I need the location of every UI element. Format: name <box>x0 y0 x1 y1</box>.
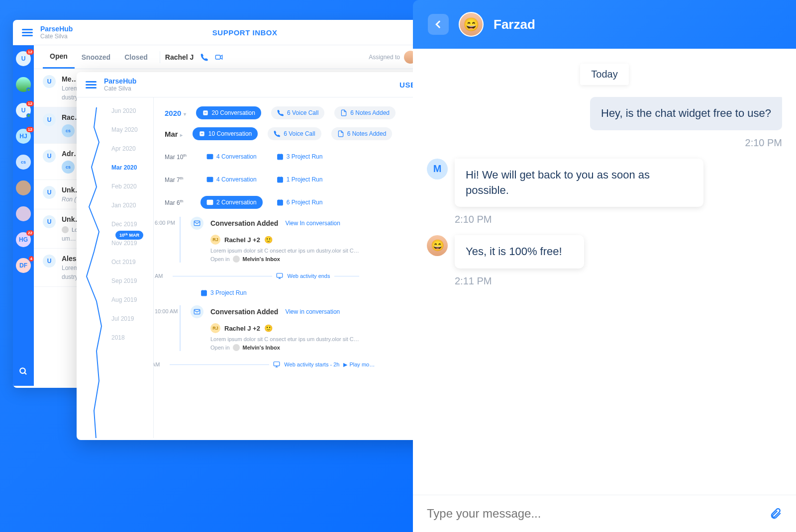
message-bubble: Hi! We will get back to you as soon as p… <box>455 159 703 207</box>
message-row: Hey, is the chat widget free to use? <box>427 97 782 130</box>
assigned-to: Assigned to <box>369 51 417 64</box>
view-link[interactable]: View in conversation <box>285 308 340 315</box>
message-row: M Hi! We will get back to you as soon as… <box>427 159 782 207</box>
inbox-owner[interactable]: Melvin's Inbox <box>243 345 280 351</box>
conversation-chip[interactable]: 2 Conversation <box>200 196 263 209</box>
sidebar-avatar[interactable] <box>16 77 31 92</box>
sidebar-avatar[interactable] <box>16 180 31 195</box>
mail-icon <box>191 305 203 318</box>
chat-body: Today Hey, is the chat widget free to us… <box>413 49 796 495</box>
message-avatar: M <box>427 159 448 179</box>
play-more-link[interactable]: ▶ Play mo… <box>343 361 375 368</box>
message-time: 2:10 PM <box>455 214 782 225</box>
message-time: 2:11 PM <box>455 275 782 287</box>
tab-open[interactable]: Open <box>43 45 75 69</box>
conversation-pill[interactable]: 20 Conversation <box>196 106 261 119</box>
sidebar-avatar[interactable]: cs <box>16 155 31 170</box>
menu-icon[interactable] <box>22 29 33 36</box>
tab-closed[interactable]: Closed <box>117 45 155 69</box>
message-bubble: Yes, it is 100% free! <box>455 235 584 268</box>
tab-bar: Open Snoozed Closed Rachel J Assigned to <box>34 45 426 69</box>
event-title: Conversation Added <box>210 219 278 227</box>
chat-avatar[interactable]: 😄 <box>459 12 484 37</box>
user-avatar: RJ <box>210 235 220 245</box>
sidebar-avatar[interactable] <box>16 206 31 221</box>
emoji-icon: 🙂 <box>264 324 273 332</box>
sidebar-avatar[interactable]: U12 <box>16 51 31 66</box>
tab-snoozed[interactable]: Snoozed <box>75 45 117 69</box>
chat-header: 😄 Farzad <box>413 0 796 49</box>
message-input[interactable] <box>427 507 769 521</box>
panel1-heading: SUPPORT INBOX <box>73 28 417 37</box>
search-icon[interactable] <box>19 367 28 376</box>
user-name: Rachel J +2 <box>224 236 260 244</box>
back-button[interactable] <box>428 14 449 35</box>
event-title: Conversation Added <box>210 308 278 316</box>
project-chip[interactable]: 3 Project Run <box>271 150 329 163</box>
panel1-header: ParseHub Cate Silva SUPPORT INBOX <box>13 20 426 45</box>
event-time: 6:00 PM <box>155 220 175 226</box>
message-bubble: Hey, is the chat widget free to use? <box>590 97 782 130</box>
svg-rect-13 <box>277 177 283 182</box>
conversation-chip[interactable]: 4 Conversation <box>200 173 263 186</box>
user-name: Rachel J +2 <box>224 325 260 332</box>
svg-point-0 <box>20 368 25 373</box>
svg-rect-6 <box>201 133 203 134</box>
current-user: Cate Silva <box>104 85 136 92</box>
project-chip[interactable]: 1 Project Run <box>271 173 329 186</box>
menu-icon[interactable] <box>86 81 97 89</box>
month-selector[interactable]: Mar ▸ <box>165 130 183 138</box>
svg-rect-26 <box>201 290 207 296</box>
sidebar-avatar[interactable]: DF4 <box>16 258 31 273</box>
day-label: Mar 10th <box>165 153 193 161</box>
brand: ParseHub <box>40 25 73 33</box>
chat-input-bar <box>413 495 796 532</box>
event-time: 10:00 AM <box>155 308 178 314</box>
svg-rect-18 <box>277 200 283 205</box>
view-link[interactable]: View In conversation <box>285 220 340 227</box>
svg-rect-2 <box>216 55 220 59</box>
day-separator: Today <box>580 64 628 85</box>
mail-icon <box>191 217 203 230</box>
day-label: Mar 7th <box>165 176 193 183</box>
assigned-label: Assigned to <box>369 54 400 61</box>
current-user: Cate Silva <box>40 33 73 40</box>
svg-rect-31 <box>274 362 280 366</box>
year-selector[interactable]: 2020 ▾ <box>165 109 186 117</box>
sidebar-avatar[interactable]: HJ12 <box>16 129 31 144</box>
sidebar: U12 U12 HJ12 cs HG22 DF4 <box>13 45 34 386</box>
notes-pill[interactable]: 6 Notes Added <box>331 127 393 140</box>
timeline-nav: Jun 2020May 2020Apr 2020Mar 2020Feb 2020… <box>77 97 154 438</box>
chat-name: Farzad <box>494 17 535 32</box>
sidebar-avatar[interactable]: U12 <box>16 103 31 118</box>
brand: ParseHub <box>104 77 136 85</box>
user-avatar: RJ <box>210 323 220 333</box>
message-time: 2:10 PM <box>427 137 782 149</box>
tab-user[interactable]: Rachel J <box>165 53 194 61</box>
svg-rect-8 <box>277 154 283 160</box>
svg-rect-23 <box>277 273 283 277</box>
project-chip[interactable]: 6 Project Run <box>271 196 329 209</box>
monitor-icon <box>273 361 280 368</box>
inbox-owner[interactable]: Melvin's Inbox <box>243 256 280 262</box>
brand-block: ParseHub Cate Silva <box>40 25 73 40</box>
notes-pill[interactable]: 6 Notes Added <box>334 106 396 119</box>
sidebar-avatar[interactable]: HG22 <box>16 232 31 247</box>
day-label: Mar 6th <box>165 199 193 206</box>
timeline-marker: 10ᵗʰ MAR <box>115 231 143 240</box>
voice-pill[interactable]: 6 Voice Call <box>271 106 324 119</box>
chat-panel: 😄 Farzad Today Hey, is the chat widget f… <box>413 0 796 532</box>
conversation-chip[interactable]: 4 Conversation <box>200 150 263 163</box>
svg-rect-4 <box>204 112 206 113</box>
attachment-icon[interactable] <box>769 506 782 521</box>
message-avatar: 😄 <box>427 235 448 256</box>
message-row: 😄 Yes, it is 100% free! <box>427 235 782 268</box>
phone-icon[interactable] <box>200 53 208 61</box>
sparkline <box>82 107 111 438</box>
video-icon[interactable] <box>214 53 223 61</box>
emoji-icon: 🙂 <box>264 236 273 244</box>
voice-pill[interactable]: 6 Voice Call <box>268 127 321 140</box>
monitor-icon <box>276 272 283 279</box>
conversation-pill[interactable]: 10 Conversation <box>193 127 258 140</box>
svg-line-1 <box>24 372 26 374</box>
